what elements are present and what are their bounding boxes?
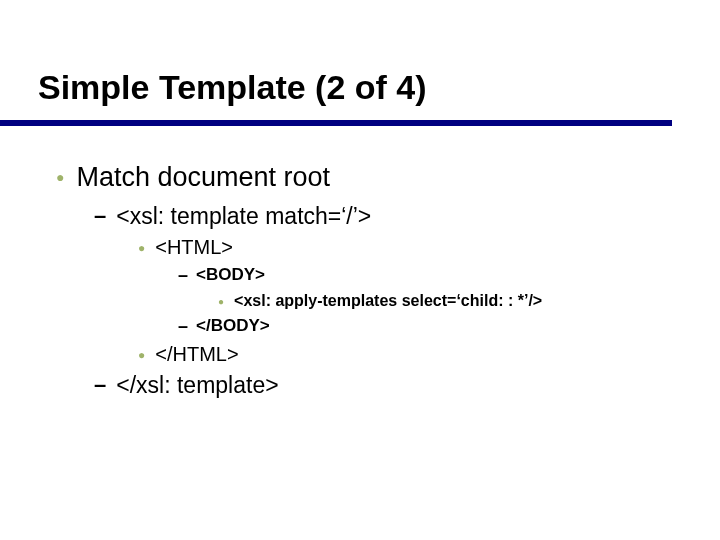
bullet-text: <BODY> xyxy=(196,265,265,285)
title-underline xyxy=(0,120,672,126)
bullet-level-2: – <xsl: template match=‘/’> xyxy=(94,203,676,230)
bullet-text: <xsl: apply-templates select=‘child: : *… xyxy=(234,292,542,310)
bullet-level-3: ● </HTML> xyxy=(138,343,676,366)
bullet-level-5: ● <xsl: apply-templates select=‘child: :… xyxy=(218,292,676,310)
bullet-text: </BODY> xyxy=(196,316,270,336)
bullet-level-4: – </BODY> xyxy=(178,316,676,337)
bullet-text: </HTML> xyxy=(155,343,238,366)
bullet-text: </xsl: template> xyxy=(116,372,278,399)
disc-bullet-icon: ● xyxy=(138,349,145,361)
bullet-text: <HTML> xyxy=(155,236,233,259)
slide-body: ● Match document root – <xsl: template m… xyxy=(56,160,676,405)
disc-bullet-icon: ● xyxy=(218,297,224,307)
dash-bullet-icon: – xyxy=(178,316,188,337)
bullet-level-1: ● Match document root xyxy=(56,162,676,193)
slide-title: Simple Template (2 of 4) xyxy=(0,0,720,107)
dash-bullet-icon: – xyxy=(94,372,106,398)
disc-bullet-icon: ● xyxy=(56,170,64,184)
bullet-text: Match document root xyxy=(76,162,330,193)
slide: Simple Template (2 of 4) ● Match documen… xyxy=(0,0,720,540)
disc-bullet-icon: ● xyxy=(138,242,145,254)
bullet-level-2: – </xsl: template> xyxy=(94,372,676,399)
dash-bullet-icon: – xyxy=(178,265,188,286)
bullet-level-4: – <BODY> xyxy=(178,265,676,286)
bullet-text: <xsl: template match=‘/’> xyxy=(116,203,371,230)
dash-bullet-icon: – xyxy=(94,203,106,229)
bullet-level-3: ● <HTML> xyxy=(138,236,676,259)
